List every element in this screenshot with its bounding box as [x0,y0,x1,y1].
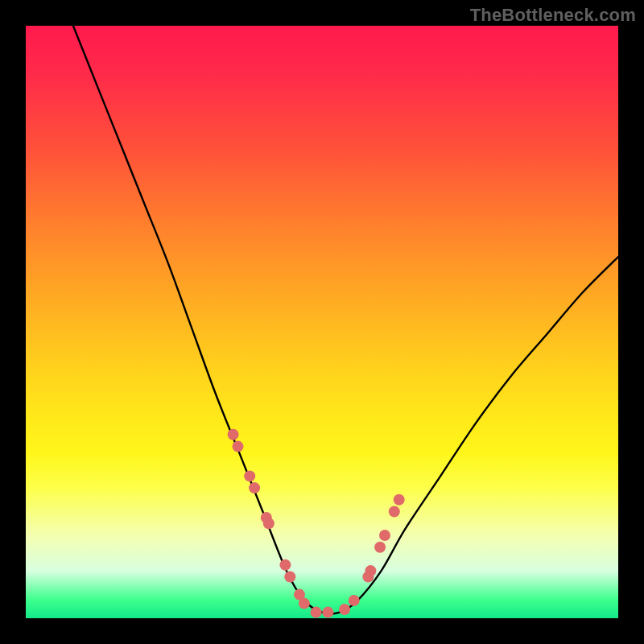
chart-svg [26,26,618,618]
curve-line [73,26,618,613]
marker-point [374,542,386,553]
marker-point [389,506,400,518]
marker-point [322,607,333,618]
marker-point [394,494,405,506]
marker-point [279,559,291,571]
marker-point [233,441,244,452]
marker-point [365,565,376,576]
watermark-text: TheBottleneck.com [470,5,636,26]
marker-point [339,604,350,615]
marker-group [228,429,405,618]
marker-point [228,429,239,440]
marker-point [379,530,390,541]
marker-point [284,572,295,583]
marker-point [249,482,260,493]
marker-point [349,595,360,606]
marker-point [299,598,310,609]
marker-point [311,607,322,618]
plot-area [26,26,618,618]
marker-point [244,470,255,481]
marker-point [263,518,275,529]
chart-frame: TheBottleneck.com [0,0,644,644]
